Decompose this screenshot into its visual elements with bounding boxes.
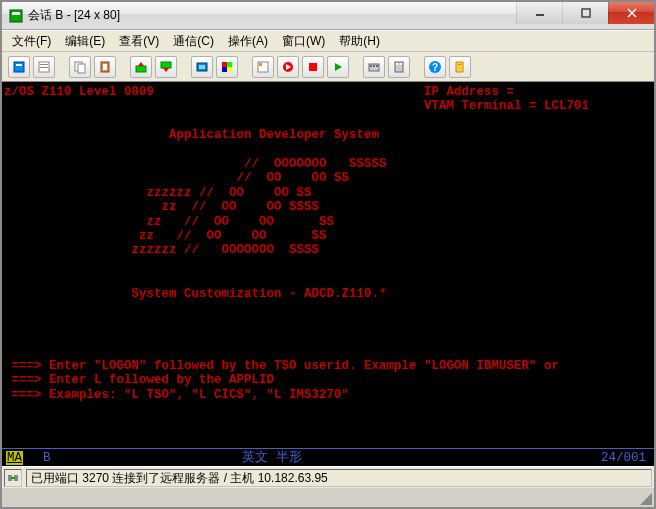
svg-rect-33: [400, 63, 402, 65]
oia-cursor-position: 24/001: [601, 451, 646, 465]
toolbar-copy-btn[interactable]: [69, 56, 91, 78]
minimize-button[interactable]: [516, 2, 562, 24]
svg-rect-21: [222, 67, 227, 72]
toolbar-btn-2[interactable]: [33, 56, 55, 78]
toolbar-btn-1[interactable]: [8, 56, 30, 78]
svg-rect-19: [222, 62, 227, 67]
menubar: 文件(F) 编辑(E) 查看(V) 通信(C) 操作(A) 窗口(W) 帮助(H…: [2, 30, 654, 52]
terminal-screen[interactable]: z/OS Z110 Level 0809 IP Address = VTAM T…: [2, 82, 654, 448]
svg-rect-3: [582, 9, 590, 17]
resize-grip[interactable]: [638, 491, 652, 505]
term-line: ===> Enter "LOGON" followed by the TSO u…: [4, 359, 559, 373]
connection-icon: [4, 469, 22, 487]
titlebar: 会话 B - [24 x 80]: [2, 2, 654, 30]
svg-rect-36: [458, 64, 461, 65]
term-line: ===> Examples: "L TSO", "L CICS", "L IMS…: [4, 388, 349, 402]
toolbar-paste-btn[interactable]: [94, 56, 116, 78]
svg-text:?: ?: [432, 62, 438, 73]
svg-rect-15: [136, 66, 146, 72]
svg-rect-24: [259, 63, 262, 66]
toolbar-index-btn[interactable]: [449, 56, 471, 78]
svg-rect-6: [14, 62, 24, 72]
toolbar-send-btn[interactable]: [130, 56, 152, 78]
toolbar-record-btn[interactable]: [277, 56, 299, 78]
app-icon: [8, 8, 24, 24]
svg-rect-32: [396, 63, 398, 65]
toolbar-help-btn[interactable]: ?: [424, 56, 446, 78]
toolbar-color-btn[interactable]: [216, 56, 238, 78]
term-line: zzzzzz // OOOOOOO SSSS: [4, 243, 319, 257]
maximize-button[interactable]: [562, 2, 608, 24]
menu-view[interactable]: 查看(V): [113, 31, 165, 52]
svg-rect-26: [309, 63, 317, 71]
statusbar: 已用端口 3270 连接到了远程服务器 / 主机 10.182.63.95: [2, 466, 654, 488]
svg-rect-29: [373, 65, 375, 67]
window-title: 会话 B - [24 x 80]: [28, 7, 120, 24]
toolbar: ?: [2, 52, 654, 82]
menu-actions[interactable]: 操作(A): [222, 31, 274, 52]
svg-rect-20: [227, 62, 232, 67]
toolbar-keypad-btn[interactable]: [388, 56, 410, 78]
svg-rect-30: [376, 65, 378, 67]
svg-rect-39: [11, 477, 15, 479]
svg-rect-28: [370, 65, 372, 67]
term-line: ===> Enter L followed by the APPLID: [4, 373, 274, 387]
menu-edit[interactable]: 编辑(E): [59, 31, 111, 52]
svg-rect-0: [10, 10, 22, 22]
toolbar-display-btn[interactable]: [191, 56, 213, 78]
svg-rect-22: [227, 67, 232, 72]
toolbar-keyboard-btn[interactable]: [363, 56, 385, 78]
menu-help[interactable]: 帮助(H): [333, 31, 386, 52]
term-line: z/OS Z110 Level 0809 IP Address =: [4, 85, 514, 99]
svg-rect-1: [12, 12, 20, 15]
term-line: zz // OO OO SS: [4, 229, 327, 243]
menu-window[interactable]: 窗口(W): [276, 31, 331, 52]
status-text: 已用端口 3270 连接到了远程服务器 / 主机 10.182.63.95: [26, 469, 652, 487]
svg-rect-7: [16, 64, 22, 66]
term-line: zz // OO OO SS: [4, 215, 334, 229]
toolbar-play-btn[interactable]: [327, 56, 349, 78]
toolbar-recv-btn[interactable]: [155, 56, 177, 78]
term-line: zzzzzz // OO OO SS: [4, 186, 312, 200]
menu-file[interactable]: 文件(F): [6, 31, 57, 52]
operator-info-area: MA B 英文 半形 24/001: [2, 448, 654, 466]
svg-rect-14: [103, 64, 107, 70]
oia-status: MA: [6, 451, 23, 465]
oia-input-mode: 英文 半形: [242, 449, 302, 466]
menu-comm[interactable]: 通信(C): [167, 31, 220, 52]
svg-rect-10: [40, 67, 48, 68]
term-line: // OOOOOOO SSSSS: [4, 157, 387, 171]
term-line: VTAM Terminal = LCL701: [4, 99, 589, 113]
window-controls: [516, 2, 654, 24]
term-line: // OO OO SS: [4, 171, 349, 185]
svg-rect-18: [199, 65, 205, 69]
toolbar-map-btn[interactable]: [252, 56, 274, 78]
oia-session: B: [43, 451, 51, 465]
term-line: System Customization - ADCD.Z110.*: [4, 287, 387, 301]
close-button[interactable]: [608, 2, 654, 24]
toolbar-stop-btn[interactable]: [302, 56, 324, 78]
svg-rect-2: [536, 14, 544, 16]
svg-rect-12: [78, 64, 85, 73]
svg-rect-16: [161, 62, 171, 68]
term-line: Application Developer System: [4, 128, 379, 142]
term-line: zz // OO OO SSSS: [4, 200, 319, 214]
svg-rect-9: [40, 64, 48, 65]
